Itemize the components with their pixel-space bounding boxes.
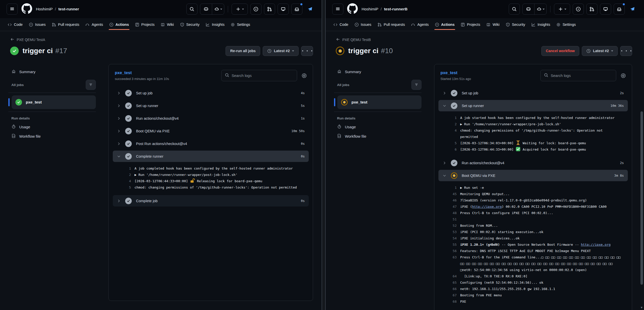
tab-agents[interactable]: Agents [82, 18, 106, 31]
workflow-file-label: Workflow file [345, 134, 366, 138]
back-link[interactable]: PXE QEMU TestB [336, 37, 371, 42]
log-line-number: 55 [438, 241, 457, 248]
log-line-number: 47 [438, 203, 457, 210]
search-logs-input[interactable] [540, 70, 616, 81]
latest-2-button[interactable]: Latest #2 [582, 46, 618, 56]
step-status-icon [125, 115, 132, 122]
breadcrumb-owner[interactable]: HoshimiP [362, 7, 378, 11]
step-set-up-runner[interactable]: Set up runner5s [113, 100, 309, 111]
sidebar-item-usage[interactable]: Usage [8, 122, 96, 132]
sidebar-item-summary[interactable]: Summary [334, 67, 421, 76]
log-settings-button[interactable] [301, 73, 307, 79]
tab-actions[interactable]: Actions [106, 18, 132, 31]
log-line: 56Features: DNS HTTP iSCSI TFTP AoE ELF … [438, 248, 624, 254]
inbox-button[interactable] [614, 4, 625, 15]
issues-dashboard-button[interactable] [250, 4, 261, 15]
tab-insights[interactable]: Insights [203, 18, 228, 31]
tab-wiki[interactable]: Wiki [158, 18, 177, 31]
log-link[interactable]: http://ipxe.org [472, 205, 502, 209]
github-logo-icon[interactable] [347, 4, 358, 15]
tab-code[interactable]: Code [330, 18, 351, 31]
search-button[interactable] [186, 4, 197, 15]
scrollbar-thumb[interactable] [640, 111, 643, 285]
breadcrumb-repo[interactable]: test-runnerB [384, 7, 408, 11]
log-settings-button[interactable] [620, 73, 626, 79]
log-line: 45Monitoring QEMU output... [438, 191, 624, 197]
step-set-up-runner[interactable]: Set up runner10m 36s [438, 100, 628, 111]
job-name-link[interactable]: pxe_test [115, 70, 132, 75]
hamburger-menu-button[interactable] [332, 4, 343, 15]
tab-label: Projects [141, 23, 154, 27]
tab-wiki[interactable]: Wiki [483, 18, 502, 31]
step-set-up-job[interactable]: Set up job4s [113, 87, 309, 99]
step-run-actions-checkout-v4[interactable]: Run actions/checkout@v41s [113, 113, 309, 124]
latest-2-button[interactable]: Latest #2 [263, 46, 299, 56]
sidebar-item-workflow-file[interactable]: Workflow file [8, 132, 96, 141]
tab-code[interactable]: Code [5, 18, 26, 31]
breadcrumb-owner[interactable]: HoshimiP [36, 7, 53, 11]
tab-agents[interactable]: Agents [408, 18, 432, 31]
sidebar-item-workflow-file[interactable]: Workflow file [334, 132, 421, 141]
scrollbar-down-arrow[interactable]: ▼ [640, 306, 643, 309]
pull-requests-dashboard-button[interactable] [586, 4, 597, 15]
copilot-button[interactable] [200, 4, 212, 14]
copilot-button[interactable] [523, 4, 534, 14]
avatar-plane-icon[interactable] [305, 4, 315, 14]
codespaces-button[interactable] [600, 4, 611, 15]
step-run-actions-checkout-v4[interactable]: Run actions/checkout@v42s [438, 157, 628, 169]
tab-settings[interactable]: Settings [228, 18, 253, 31]
job-name-link[interactable]: pxe_test [440, 70, 457, 75]
step-status-icon [125, 140, 132, 147]
step-boot-qemu-via-pxe[interactable]: Boot QEMU via PXE10m 50s [113, 125, 309, 137]
sidebar-item-summary[interactable]: Summary [8, 67, 96, 76]
step-set-up-job[interactable]: Set up job2s [438, 87, 628, 99]
search-button[interactable] [509, 4, 520, 15]
inbox-button[interactable] [291, 4, 302, 15]
step-status-icon [125, 153, 132, 160]
tab-security[interactable]: Security [503, 18, 528, 31]
tab-security[interactable]: Security [177, 18, 203, 31]
re-run-all-jobs-button[interactable]: Re-run all jobs [226, 46, 260, 56]
sidebar-item-usage[interactable]: Usage [334, 122, 421, 132]
copilot-menu-button[interactable] [212, 4, 224, 14]
codespaces-button[interactable] [278, 4, 289, 15]
cancel-workflow-button[interactable]: Cancel workflow [541, 46, 579, 56]
scrollbar[interactable]: ▼ [640, 0, 643, 310]
step-post-run-actions-checkout-v4[interactable]: Post Run actions/checkout@v40s [113, 138, 309, 149]
filter-icon [414, 82, 419, 88]
breadcrumb-repo[interactable]: test-runner [58, 7, 79, 11]
log-line-text: iPXE (PCI 00:02.0) starting execution...… [460, 229, 624, 235]
more-options-button[interactable] [301, 46, 313, 56]
tab-projects[interactable]: Projects [132, 18, 158, 31]
back-link[interactable]: PXE QEMU TestA [10, 37, 45, 42]
more-options-button[interactable] [620, 46, 632, 56]
sidebar-job-pxe-test[interactable]: pxe_test [12, 95, 96, 109]
filter-jobs-button[interactable] [86, 80, 96, 90]
avatar-plane-icon[interactable] [627, 4, 637, 14]
github-header: HoshimiP / test-runner [0, 0, 322, 18]
github-logo-icon[interactable] [21, 4, 32, 15]
filter-jobs-button[interactable] [411, 80, 421, 90]
tab-issues[interactable]: Issues [351, 18, 374, 31]
tab-issues[interactable]: Issues [26, 18, 49, 31]
sidebar-job-pxe-test[interactable]: pxe_test [337, 95, 421, 109]
tab-actions[interactable]: Actions [432, 18, 458, 31]
step-complete-runner[interactable]: Complete runner0s [113, 151, 309, 162]
hamburger-menu-button[interactable] [7, 4, 18, 15]
tab-settings[interactable]: Settings [553, 18, 579, 31]
create-new-button[interactable] [554, 4, 570, 15]
issues-dashboard-button[interactable] [573, 4, 584, 15]
step-boot-qemu-via-pxe[interactable]: Boot QEMU via PXE3m 8s [438, 170, 628, 181]
tab-label: Pull requests [58, 23, 79, 27]
tab-projects[interactable]: Projects [458, 18, 483, 31]
tab-pull-requests[interactable]: Pull requests [374, 18, 408, 31]
step-complete-job[interactable]: Complete job0s [113, 195, 309, 206]
tab-pull-requests[interactable]: Pull requests [49, 18, 82, 31]
step-label: Set up runner [462, 104, 484, 108]
pull-requests-dashboard-button[interactable] [264, 4, 275, 15]
tab-insights[interactable]: Insights [528, 18, 553, 31]
create-new-button[interactable] [232, 4, 248, 15]
search-logs-input[interactable] [221, 70, 297, 81]
log-link[interactable]: http://ipxe.org [581, 243, 610, 246]
copilot-menu-button[interactable] [534, 4, 546, 14]
